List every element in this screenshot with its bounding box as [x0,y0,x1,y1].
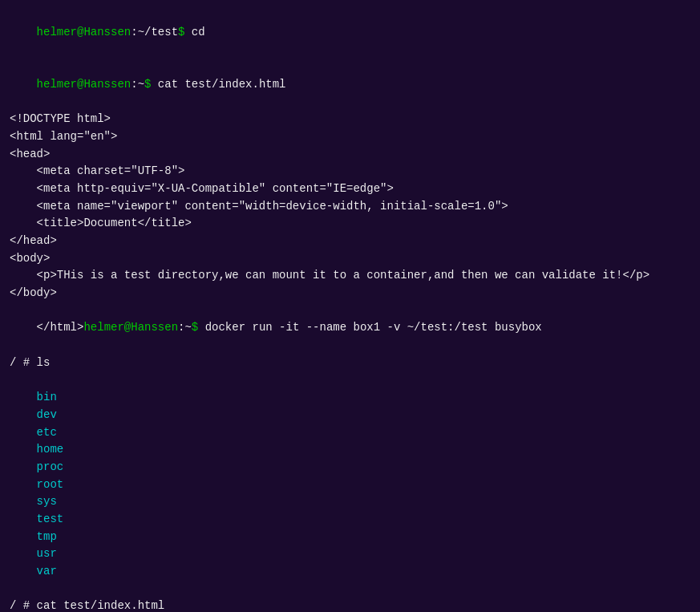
ls-item: tmp [37,530,57,543]
terminal-line: <meta name="viewport" content="width=dev… [10,198,690,216]
terminal-line: <html lang="en"> [10,128,690,146]
ls-item: var [37,565,57,578]
prompt-user: helmer@Hanssen [37,26,132,39]
prompt-tilde: :~ [131,78,144,91]
ls-item: proc [37,460,64,473]
prompt-path: :~/test [131,26,178,39]
ls-output: bin dev etc home proc root sys test tmp … [10,371,690,598]
terminal-line: / # cat test/index.html [10,598,690,612]
terminal-line: helmer@Hanssen:~/test$ cd [10,6,690,59]
ls-item: test [37,513,64,525]
prompt-user: helmer@Hanssen [37,78,132,91]
terminal-line: / # ls [10,355,690,372]
ls-item: bin [37,391,57,403]
terminal-line: <meta charset="UTF-8"> [10,163,690,180]
terminal-line: <head> [10,146,690,164]
terminal-line: <meta http-equiv="X-UA-Compatible" conte… [10,180,690,198]
ls-item: home [37,443,64,456]
terminal-line: <title>Document</title> [10,215,690,233]
terminal-line: </html>helmer@Hanssen:~$ docker run -it … [10,302,690,355]
terminal-line: <!DOCTYPE html> [10,111,690,128]
ls-item: dev [37,408,57,421]
ls-item: root [37,478,64,491]
terminal-line: <body> [10,250,690,268]
prompt-user: helmer@Hanssen [83,321,178,334]
ls-item: usr [37,547,57,560]
ls-item: sys [37,495,57,508]
terminal: helmer@Hanssen:~/test$ cd helmer@Hanssen… [0,0,700,612]
terminal-line: <p>THis is a test directory,we can mount… [10,267,690,285]
terminal-line: </body> [10,285,690,302]
terminal-line: </head> [10,233,690,250]
ls-item: etc [37,426,57,439]
terminal-line: helmer@Hanssen:~$ cat test/index.html [10,59,690,111]
